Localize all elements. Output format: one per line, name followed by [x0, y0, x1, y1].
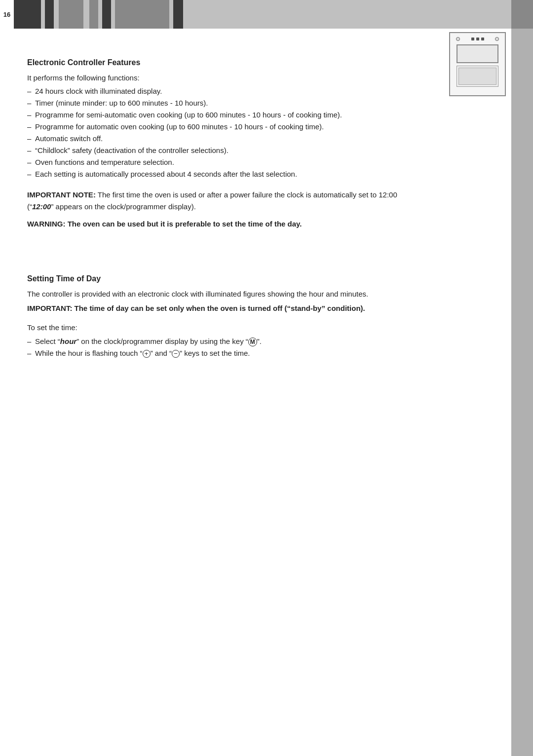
tb-block-6 — [115, 0, 169, 29]
bullet3-mid: ” and “ — [151, 349, 172, 357]
oven-top-row — [454, 36, 501, 42]
section2-bullet-1: Select “hour” on the clock/programmer di… — [27, 336, 405, 347]
oven-outer — [449, 32, 506, 96]
section2-bullet-2: While the hour is flashing touch “+” and… — [27, 347, 405, 359]
top-bar: 16 — [0, 0, 533, 29]
bullet3-end: ” keys to set the time. — [180, 349, 250, 357]
section2-bullets: Select “hour” on the clock/programmer di… — [27, 336, 405, 359]
oven-dot-2 — [476, 38, 479, 40]
bullet-item-6: “Childlock” safety (deactivation of the … — [27, 145, 405, 156]
section2-important: IMPORTANT: The time of day can be set on… — [27, 302, 405, 314]
bullet-item-4: Programme for automatic oven cooking (up… — [27, 121, 405, 133]
bullet3-pre: While the hour is flashing touch “ — [35, 349, 143, 357]
section2-title: Setting Time of Day — [27, 274, 405, 283]
important-note-text2: ” appears on the clock/programmer displa… — [51, 202, 195, 211]
tb-block-5 — [102, 0, 111, 29]
oven-bottom-section — [457, 66, 499, 87]
section1-bullets: 24 hours clock with illuminated display.… — [27, 85, 405, 180]
bullet-item-7: Oven functions and temperature selection… — [27, 156, 405, 168]
tb-block-3 — [59, 0, 83, 29]
section2-intro: The controller is provided with an elect… — [27, 288, 405, 300]
section1-intro: It performs the following functions: — [27, 72, 405, 83]
oven-display-dots — [471, 38, 484, 40]
tb-block-1 — [14, 0, 41, 29]
right-bar-top — [511, 0, 533, 29]
tb-gap-5 — [111, 0, 115, 29]
bullet2-post: ” on the clock/programmer display by usi… — [76, 337, 248, 345]
m-key-icon: M — [248, 338, 257, 346]
bullet2-hour: hour — [60, 337, 76, 345]
tb-gap-2 — [54, 0, 59, 29]
section2-to-set: To set the time: — [27, 322, 405, 333]
main-content: Electronic Controller Features It perfor… — [0, 29, 464, 391]
bullet-item-3: Programme for semi-automatic oven cookin… — [27, 109, 405, 121]
page-number: 16 — [0, 0, 14, 29]
oven-knob-left — [456, 37, 460, 41]
oven-diagram — [449, 32, 506, 96]
oven-dot-3 — [481, 38, 484, 40]
bullet-item-5: Automatic switch off. — [27, 133, 405, 145]
section-electronic-controller: Electronic Controller Features It perfor… — [27, 58, 405, 230]
bullet2-end: ”. — [257, 337, 262, 345]
section1-title: Electronic Controller Features — [27, 58, 405, 67]
tb-gap-6 — [169, 0, 173, 29]
bullet-item-8: Each setting is automatically processed … — [27, 168, 405, 180]
section-setting-time: Setting Time of Day The controller is pr… — [27, 274, 405, 359]
tb-block-7 — [173, 0, 183, 29]
minus-key-icon: − — [172, 350, 180, 358]
right-column — [511, 29, 533, 756]
plus-key-icon: + — [143, 350, 151, 358]
oven-bottom-inner — [458, 68, 497, 85]
bullet-item-2: Timer (minute minder: up to 600 minutes … — [27, 97, 405, 109]
tb-gap-4 — [98, 0, 102, 29]
section-gap — [27, 245, 405, 269]
tb-block-2 — [45, 0, 54, 29]
bullet-item-1: 24 hours clock with illuminated display. — [27, 85, 405, 97]
tb-block-4 — [89, 0, 98, 29]
top-bar-blocks — [14, 0, 183, 29]
important-note-label: IMPORTANT NOTE: — [27, 190, 96, 199]
tb-gap-3 — [83, 0, 89, 29]
warning-text: WARNING: The oven can be used but it is … — [27, 219, 405, 230]
important-note: IMPORTANT NOTE: The first time the oven … — [27, 189, 405, 213]
oven-knob-right — [495, 37, 499, 41]
oven-window-top — [457, 44, 499, 63]
oven-dot-1 — [471, 38, 474, 40]
important-note-time: 12:00 — [32, 202, 51, 211]
tb-gap-1 — [41, 0, 45, 29]
bullet2-pre: Select “ — [35, 337, 60, 345]
